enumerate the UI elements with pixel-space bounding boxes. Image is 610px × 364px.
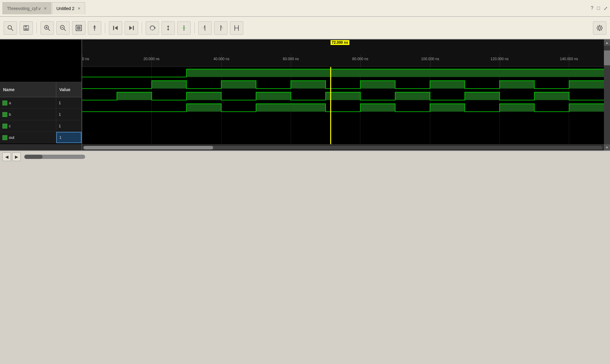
v-scroll-down-button[interactable]: ▼ (604, 144, 610, 150)
v-scrollbar: ▲ ▼ (604, 39, 610, 150)
waveform-signals[interactable] (82, 67, 604, 144)
signal-label-a: a (9, 101, 11, 105)
waveform-fill (256, 92, 291, 100)
h-scrollbar-bottom[interactable] (24, 155, 85, 159)
waveform-fill (186, 69, 604, 77)
marker2-icon (217, 25, 224, 31)
signal-row-out[interactable]: out 1 (0, 132, 81, 143)
waveform-svg (82, 67, 604, 144)
title-bar-controls: ? □ ⤢ (591, 5, 608, 11)
panel-hscroll (0, 144, 81, 150)
tab-untitled2-close[interactable]: ✕ (78, 6, 81, 11)
zoom-in-button[interactable] (40, 21, 54, 35)
fit-button[interactable] (72, 21, 85, 35)
next-edge-button[interactable] (125, 21, 138, 35)
settings-button[interactable] (593, 21, 606, 35)
panel-top-area (0, 39, 81, 82)
svg-point-41 (599, 30, 600, 31)
svg-rect-53 (4, 124, 5, 128)
search-button[interactable] (4, 21, 17, 35)
signal-icon-out (2, 135, 7, 140)
waveform-fill (186, 92, 221, 100)
signal-name-c: c (0, 120, 56, 132)
svg-rect-3 (25, 26, 27, 27)
v-scroll-up-button[interactable]: ▲ (604, 39, 610, 46)
signal-icon-b (2, 112, 7, 117)
cycle1-button[interactable] (146, 21, 159, 35)
h-scrollbar-area[interactable] (82, 144, 604, 150)
h-scrollbar[interactable] (83, 146, 603, 149)
svg-marker-37 (235, 27, 236, 29)
v-scroll-track[interactable] (604, 46, 610, 144)
svg-marker-21 (154, 27, 156, 29)
time-tick-label: 0.000 ns (82, 57, 89, 61)
waveform-fill (395, 92, 430, 100)
svg-rect-4 (24, 28, 28, 30)
bottom-nav: ◀ ▶ (0, 150, 610, 163)
waveform-fill (117, 92, 151, 100)
signal-row-c[interactable]: c 1 (0, 120, 81, 132)
svg-point-39 (598, 27, 601, 29)
toolbar-sep-1 (36, 22, 37, 33)
gear-icon (596, 25, 603, 31)
signal-row-a[interactable]: a 1 (0, 97, 81, 109)
signal-value-out: 1 (56, 132, 81, 143)
time-ruler: 0.000 ns20.000 ns40.000 ns60.000 ns80.00… (82, 54, 604, 67)
maximize-icon[interactable]: ⤢ (604, 5, 608, 11)
marker3-button[interactable] (230, 21, 243, 35)
ruler-grid-line (221, 54, 222, 67)
svg-line-10 (64, 29, 66, 31)
tab-threevoting[interactable]: Threevoting_cyf.v ✕ (2, 2, 51, 14)
svg-line-1 (11, 29, 13, 31)
nav-left-button[interactable]: ◀ (2, 153, 11, 161)
h-scrollbar-thumb[interactable] (83, 146, 213, 149)
svg-point-45 (601, 29, 602, 30)
cursor-button[interactable] (88, 21, 101, 35)
waveform-fill (186, 104, 221, 112)
waveform-fill (465, 92, 499, 100)
cursor-time-label: 72.000 ns (331, 40, 349, 45)
cycle2-button[interactable] (161, 21, 175, 35)
prev-edge-icon (112, 25, 119, 31)
tab-threevoting-close[interactable]: ✕ (44, 6, 47, 11)
signal-label-c: c (9, 124, 11, 128)
h-scrollbar-bottom-thumb[interactable] (24, 155, 43, 159)
svg-rect-49 (4, 101, 5, 105)
waveform-outer: Name Value a 1 (0, 39, 610, 150)
svg-rect-20 (133, 26, 134, 30)
nav-right-button[interactable]: ▶ (12, 153, 21, 161)
title-bar: Threevoting_cyf.v ✕ Untitled 2 ✕ ? □ ⤢ (0, 0, 610, 17)
signal-value-c: 1 (56, 120, 81, 132)
signal-row-b[interactable]: b 1 (0, 109, 81, 120)
marker2-button[interactable] (214, 21, 227, 35)
waveform-fill (500, 81, 534, 89)
save-icon (23, 25, 29, 31)
waveform-fill (291, 104, 325, 112)
marker1-button[interactable] (198, 21, 212, 35)
signal-value-b: 1 (56, 109, 81, 120)
signal-name-b: b (0, 109, 56, 120)
signal-value-a: 1 (56, 97, 81, 108)
zoom-in-icon (44, 25, 50, 31)
svg-point-40 (599, 25, 600, 26)
waveform-area: 72.000 ns 0.000 ns20.000 ns40.000 ns60.0… (82, 39, 604, 150)
waveform-fill (152, 81, 186, 89)
svg-point-47 (601, 26, 602, 27)
ruler-grid-line (151, 54, 152, 67)
waveform-fill (569, 104, 604, 112)
signal-name-a: a (0, 97, 56, 108)
add-marker-button[interactable] (177, 21, 191, 35)
restore-icon[interactable]: □ (597, 5, 600, 11)
prev-edge-button[interactable] (109, 21, 122, 35)
save-button[interactable] (19, 21, 33, 35)
help-icon[interactable]: ? (591, 5, 593, 11)
waveform-fill (430, 104, 465, 112)
svg-marker-24 (167, 29, 169, 30)
v-scroll-thumb[interactable] (604, 50, 610, 65)
toolbar-sep-4 (194, 22, 195, 33)
zoom-out-button[interactable] (56, 21, 70, 35)
waveform-fill (360, 81, 395, 89)
ruler-grid-line (569, 54, 569, 67)
svg-marker-23 (167, 26, 169, 27)
tab-untitled2[interactable]: Untitled 2 ✕ (52, 2, 85, 14)
